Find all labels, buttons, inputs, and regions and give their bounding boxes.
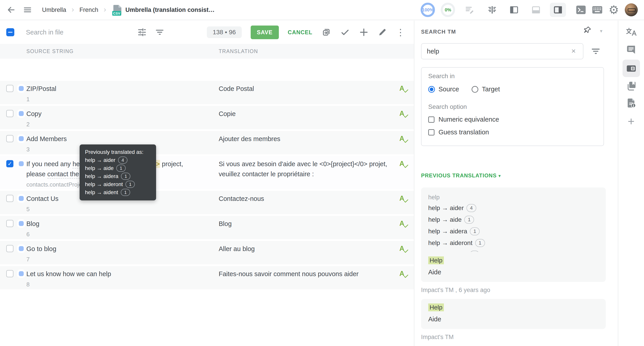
view-comfortable-icon[interactable] — [484, 3, 500, 17]
row-checkbox[interactable] — [6, 220, 14, 227]
table-row[interactable]: Copy 2 Copie A — [0, 106, 414, 129]
view-bottom-panel-icon[interactable] — [528, 3, 544, 17]
string-id: 2 — [26, 120, 212, 128]
guess-translation-label[interactable]: Guess translation — [438, 128, 489, 136]
edit-pencil-icon[interactable] — [378, 28, 387, 37]
cancel-button[interactable]: CANCEL — [288, 29, 312, 36]
prev-query: help — [428, 192, 598, 202]
numeric-equivalence-checkbox[interactable] — [428, 116, 434, 123]
table-row[interactable]: Let us know how we can help 8 Faites-nou… — [0, 266, 414, 289]
prev-count-badge: 1 — [464, 216, 474, 224]
spellcheck-ok-icon: A — [399, 135, 409, 144]
numeric-equivalence-label[interactable]: Numeric equivalence — [438, 116, 499, 123]
row-checkbox[interactable] — [6, 195, 14, 202]
spellcheck-ok-icon: A — [399, 220, 409, 229]
row-checkbox[interactable] — [6, 135, 14, 142]
approve-check-icon[interactable] — [340, 27, 350, 37]
select-all-checkbox[interactable] — [6, 28, 14, 36]
pin-icon[interactable] — [583, 26, 592, 35]
translated-progress[interactable]: 100% — [420, 3, 435, 17]
translation-text: Contactez-nous — [219, 194, 398, 204]
row-checkbox[interactable] — [6, 245, 14, 252]
spellcheck-ok-icon: A — [399, 160, 409, 169]
row-checkbox[interactable] — [6, 85, 14, 92]
tm-result-card[interactable]: Help Aide — [421, 252, 606, 282]
breadcrumb-file[interactable]: Umbrella (translation consist… — [126, 7, 215, 14]
row-checkbox-checked[interactable]: ✓ — [6, 160, 14, 167]
target-radio-label[interactable]: Target — [482, 86, 500, 93]
add-string-icon[interactable] — [359, 27, 369, 37]
target-radio[interactable] — [472, 86, 478, 93]
source-radio[interactable] — [428, 86, 435, 93]
breadcrumb-project[interactable]: Umbrella — [42, 7, 66, 14]
back-icon[interactable] — [6, 5, 16, 15]
save-button[interactable]: SAVE — [251, 26, 279, 39]
tm-result-card[interactable]: Help Aide — [421, 299, 606, 329]
table-row[interactable]: Contact Us 5 Contactez-nous A — [0, 191, 414, 214]
copy-source-icon[interactable] — [321, 27, 331, 37]
breadcrumb-language[interactable]: French — [80, 7, 98, 14]
csv-badge: CSV — [112, 11, 121, 16]
approved-progress[interactable]: 0% — [441, 3, 455, 17]
translation-text: Ajouter des membres — [219, 134, 398, 144]
row-checkbox[interactable] — [6, 270, 14, 277]
string-list: ZIP/Postal 1 Code Postal A Copy 2 Copie … — [0, 61, 414, 346]
tm-result-target: Aide — [428, 269, 598, 276]
spellcheck-ok-icon: A — [399, 109, 409, 119]
translate-icon[interactable] — [626, 27, 637, 37]
tm-filter-icon[interactable] — [590, 46, 601, 56]
settings-gear-icon[interactable]: ⚙ — [608, 3, 619, 17]
clear-search-icon[interactable]: × — [571, 47, 576, 55]
source-text: Let us know how we can help — [26, 269, 212, 279]
chevron-down-icon[interactable]: ▾ — [600, 28, 602, 34]
more-options-icon[interactable]: ⋮ — [396, 27, 405, 37]
table-row-selected[interactable]: ✓ If you need any help with the <0>{proj… — [0, 156, 414, 189]
search-in-file-input[interactable]: Search in file — [26, 29, 64, 36]
tooltip-pair: help → aideront — [85, 180, 123, 188]
tm-search-input[interactable] — [421, 43, 584, 59]
spellcheck-ok-icon: A — [399, 270, 409, 279]
table-row[interactable]: ZIP/Postal 1 Code Postal A — [0, 81, 414, 104]
comments-icon[interactable] — [626, 44, 636, 55]
prev-count-badge: 4 — [466, 204, 476, 212]
search-in-label: Search in — [428, 73, 597, 80]
source-radio-label[interactable]: Source — [438, 86, 459, 93]
translation-text: Code Postal — [219, 84, 398, 94]
view-right-panel-icon[interactable] — [550, 3, 566, 17]
view-side-by-side-icon[interactable] — [506, 3, 522, 17]
top-bar: Umbrella › French › CSV Umbrella (transl… — [0, 0, 644, 20]
source-text: Go to blog — [26, 244, 212, 254]
tooltip-pair: help → aide — [85, 164, 114, 172]
search-options-box: Search in Source Target Search option Nu… — [421, 67, 604, 146]
column-translation: TRANSLATION — [219, 44, 258, 59]
table-row[interactable]: Go to blog 7 Aller au blog A — [0, 241, 414, 264]
filter-settings-icon[interactable] — [137, 27, 147, 37]
tooltip-count-badge: 1 — [116, 164, 126, 172]
translation-memory-icon[interactable] — [626, 63, 636, 74]
guess-translation-checkbox[interactable] — [428, 129, 434, 135]
string-status-icon — [19, 246, 24, 251]
string-status-icon — [19, 271, 24, 276]
translation-text: Aller au blog — [219, 244, 398, 254]
tooltip-count-badge: 1 — [121, 173, 130, 180]
side-tools-strip: + — [618, 21, 644, 346]
glossary-icon[interactable] — [626, 81, 636, 91]
table-row[interactable]: Blog 6 Blog A — [0, 216, 414, 239]
row-checkbox[interactable] — [6, 110, 14, 117]
keyboard-icon[interactable] — [592, 6, 603, 14]
table-row[interactable]: Add Members 3 Ajouter des membres A — [0, 131, 414, 154]
spellcheck-ok-icon: A — [399, 245, 409, 254]
source-text: Add Members — [26, 134, 212, 144]
file-info-icon[interactable] — [626, 98, 636, 108]
user-avatar[interactable] — [625, 3, 638, 16]
prev-count-badge: 1 — [475, 239, 485, 247]
edit-list-icon[interactable] — [464, 5, 475, 15]
terminal-icon[interactable] — [576, 5, 586, 15]
search-tm-panel: SEARCH TM ▾ × Search in Source Target Se… — [415, 21, 618, 346]
add-panel-icon[interactable]: + — [628, 116, 634, 127]
filter-icon[interactable] — [155, 27, 164, 37]
menu-icon[interactable] — [23, 5, 32, 15]
translation-text: Blog — [219, 219, 398, 229]
previous-translations-toggle[interactable]: PREVIOUS TRANSLATIONS▾ — [421, 172, 501, 179]
chevron-right-icon: › — [104, 5, 106, 14]
